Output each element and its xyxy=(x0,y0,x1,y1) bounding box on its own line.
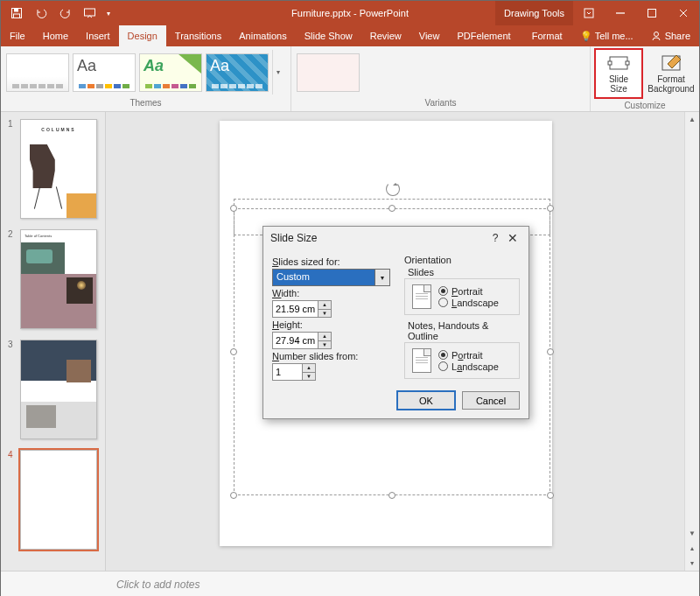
qat-more-button[interactable]: ▾ xyxy=(104,4,113,23)
title-bar: ▾ Furniture.pptx - PowerPoint Drawing To… xyxy=(1,1,699,25)
notes-orientation-label: Notes, Handouts & Outline xyxy=(408,320,520,341)
spin-up-button[interactable]: ▲ xyxy=(303,363,316,372)
resize-handle[interactable] xyxy=(547,348,554,355)
tell-me-search[interactable]: Tell me... xyxy=(571,25,642,46)
theme-option[interactable]: Aa xyxy=(139,53,202,92)
svg-rect-12 xyxy=(626,61,629,65)
spin-down-button[interactable]: ▼ xyxy=(318,309,332,319)
slides-orientation-label: Slides xyxy=(408,267,520,277)
slide-size-button[interactable]: Slide Size xyxy=(594,48,643,99)
tab-transitions[interactable]: Transitions xyxy=(166,25,230,46)
theme-option[interactable]: Aa xyxy=(73,53,136,92)
resize-handle[interactable] xyxy=(388,205,396,212)
slide-thumbnail[interactable] xyxy=(20,340,97,439)
share-button[interactable]: Share xyxy=(642,25,699,46)
quick-access-toolbar: ▾ xyxy=(6,4,113,23)
resize-handle[interactable] xyxy=(230,205,237,212)
svg-rect-6 xyxy=(648,10,656,18)
theme-option[interactable]: Aa xyxy=(206,53,269,92)
number-from-field[interactable]: ▲▼ xyxy=(272,363,316,381)
dialog-close-button[interactable]: ✕ xyxy=(504,231,522,245)
ribbon-group-label: Customize xyxy=(591,101,699,111)
notes-placeholder: Click to add notes xyxy=(116,578,200,591)
chevron-down-icon[interactable]: ▼ xyxy=(375,269,390,286)
variant-option[interactable] xyxy=(297,53,360,92)
start-slideshow-button[interactable] xyxy=(80,4,101,23)
notes-portrait-radio[interactable]: Portrait xyxy=(438,350,499,361)
close-window-button[interactable] xyxy=(668,1,699,25)
rotate-handle-icon[interactable] xyxy=(386,182,400,196)
format-background-button[interactable]: Format Background xyxy=(647,48,696,99)
number-from-label: Number slides from: xyxy=(272,351,390,361)
dialog-titlebar[interactable]: Slide Size ? ✕ xyxy=(263,227,528,249)
width-label: Width: xyxy=(272,288,390,298)
next-slide-button[interactable]: ▾ xyxy=(685,556,699,571)
resize-handle[interactable] xyxy=(230,492,237,499)
ribbon-group-label: Themes xyxy=(1,98,290,111)
resize-handle[interactable] xyxy=(230,348,237,355)
number-from-input[interactable] xyxy=(272,363,303,381)
tab-animations[interactable]: Animations xyxy=(230,25,295,46)
dialog-help-button[interactable]: ? xyxy=(486,232,504,244)
cancel-button[interactable]: Cancel xyxy=(462,391,520,410)
slide-thumbnail[interactable]: Table of Contents xyxy=(20,229,97,329)
slide-number: 4 xyxy=(8,450,15,459)
sized-for-value: Custom xyxy=(272,269,375,286)
spin-up-button[interactable]: ▲ xyxy=(318,332,332,340)
tab-design[interactable]: Design xyxy=(119,25,166,46)
tab-file[interactable]: File xyxy=(1,25,34,46)
orientation-label: Orientation xyxy=(404,255,520,265)
tab-home[interactable]: Home xyxy=(34,25,77,46)
format-bg-label: Format Background xyxy=(648,74,694,94)
svg-rect-3 xyxy=(85,9,95,16)
sized-for-combo[interactable]: Custom ▼ xyxy=(272,269,390,286)
themes-more-button[interactable]: ▾ xyxy=(272,50,283,95)
undo-button[interactable] xyxy=(31,4,52,23)
scroll-up-button[interactable]: ▲ xyxy=(685,112,699,127)
notes-orientation-group: Portrait Landscape xyxy=(404,342,520,379)
notes-landscape-radio[interactable]: Landscape xyxy=(438,361,499,372)
ok-button[interactable]: OK xyxy=(397,391,455,410)
height-field[interactable]: ▲▼ xyxy=(272,332,332,349)
slide-thumbnail[interactable]: COLUMNS xyxy=(20,119,97,219)
spin-down-button[interactable]: ▼ xyxy=(303,372,316,382)
ribbon-group-variants: Variants xyxy=(291,46,591,111)
height-input[interactable] xyxy=(272,332,318,349)
slide-size-dialog: Slide Size ? ✕ SSlides sized for:lides s… xyxy=(262,226,529,419)
tab-pdfelement[interactable]: PDFelement xyxy=(448,25,519,46)
tab-insert[interactable]: Insert xyxy=(77,25,119,46)
notes-pane[interactable]: Click to add notes xyxy=(1,571,699,596)
width-input[interactable] xyxy=(272,300,318,318)
slide-number: 2 xyxy=(8,229,15,239)
portrait-radio[interactable]: Portrait xyxy=(438,286,499,297)
svg-rect-4 xyxy=(584,9,593,18)
contextual-tab-label: Drawing Tools xyxy=(495,1,573,25)
tab-format[interactable]: Format xyxy=(523,25,571,46)
resize-handle[interactable] xyxy=(547,492,554,499)
theme-option[interactable] xyxy=(6,53,69,92)
slide-number: 3 xyxy=(8,340,15,349)
tab-view[interactable]: View xyxy=(410,25,449,46)
maximize-button[interactable] xyxy=(636,1,668,25)
vertical-scrollbar[interactable]: ▲ ▼ ▴ ▾ xyxy=(684,112,699,571)
ribbon-options-button[interactable] xyxy=(573,1,605,25)
height-label: Height: xyxy=(272,319,390,330)
resize-handle[interactable] xyxy=(388,492,396,499)
dialog-title: Slide Size xyxy=(270,232,317,244)
tab-review[interactable]: Review xyxy=(361,25,410,46)
prev-slide-button[interactable]: ▴ xyxy=(685,541,699,556)
svg-rect-2 xyxy=(14,14,20,18)
save-button[interactable] xyxy=(6,4,27,23)
ribbon-group-themes: Aa Aa Aa ▾ Themes xyxy=(1,46,291,111)
ribbon-group-label: Variants xyxy=(291,98,590,111)
width-field[interactable]: ▲▼ xyxy=(272,300,332,318)
resize-handle[interactable] xyxy=(547,205,554,212)
landscape-radio[interactable]: Landscape xyxy=(438,298,499,308)
spin-down-button[interactable]: ▼ xyxy=(318,340,332,350)
spin-up-button[interactable]: ▲ xyxy=(318,300,332,309)
redo-button[interactable] xyxy=(55,4,76,23)
slide-thumbnail[interactable] xyxy=(20,450,97,550)
scroll-down-button[interactable]: ▼ xyxy=(685,526,699,541)
minimize-button[interactable] xyxy=(605,1,636,25)
tab-slideshow[interactable]: Slide Show xyxy=(296,25,361,46)
